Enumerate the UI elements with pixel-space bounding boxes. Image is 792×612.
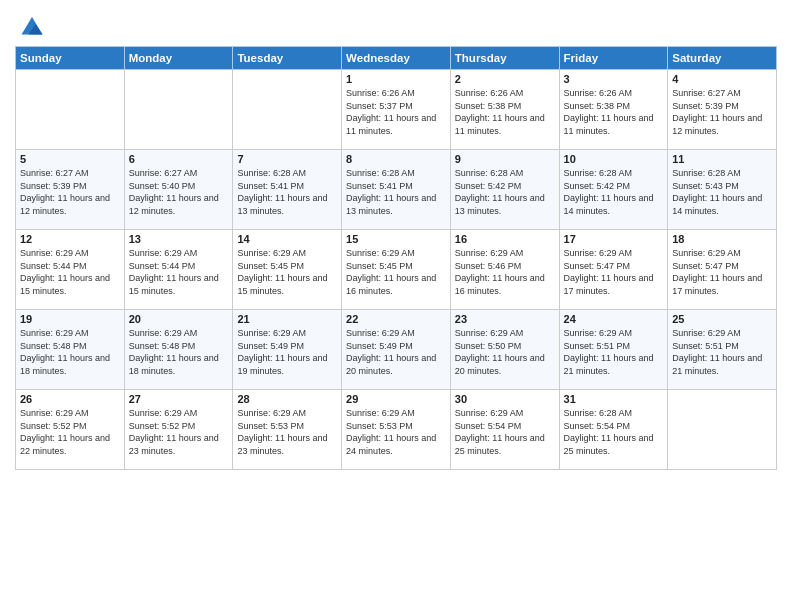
calendar-header-tuesday: Tuesday bbox=[233, 47, 342, 70]
day-number: 30 bbox=[455, 393, 555, 405]
calendar-week-2: 5Sunrise: 6:27 AM Sunset: 5:39 PM Daylig… bbox=[16, 150, 777, 230]
calendar-cell: 6Sunrise: 6:27 AM Sunset: 5:40 PM Daylig… bbox=[124, 150, 233, 230]
day-info: Sunrise: 6:29 AM Sunset: 5:51 PM Dayligh… bbox=[564, 327, 664, 377]
calendar-cell: 14Sunrise: 6:29 AM Sunset: 5:45 PM Dayli… bbox=[233, 230, 342, 310]
day-info: Sunrise: 6:28 AM Sunset: 5:43 PM Dayligh… bbox=[672, 167, 772, 217]
day-info: Sunrise: 6:29 AM Sunset: 5:49 PM Dayligh… bbox=[346, 327, 446, 377]
calendar-cell: 8Sunrise: 6:28 AM Sunset: 5:41 PM Daylig… bbox=[342, 150, 451, 230]
calendar-cell: 25Sunrise: 6:29 AM Sunset: 5:51 PM Dayli… bbox=[668, 310, 777, 390]
calendar-cell: 27Sunrise: 6:29 AM Sunset: 5:52 PM Dayli… bbox=[124, 390, 233, 470]
day-number: 2 bbox=[455, 73, 555, 85]
header bbox=[15, 10, 777, 38]
day-number: 1 bbox=[346, 73, 446, 85]
calendar-header-monday: Monday bbox=[124, 47, 233, 70]
day-number: 12 bbox=[20, 233, 120, 245]
day-info: Sunrise: 6:29 AM Sunset: 5:52 PM Dayligh… bbox=[129, 407, 229, 457]
day-number: 13 bbox=[129, 233, 229, 245]
day-number: 29 bbox=[346, 393, 446, 405]
calendar-cell bbox=[16, 70, 125, 150]
day-number: 14 bbox=[237, 233, 337, 245]
calendar-cell: 5Sunrise: 6:27 AM Sunset: 5:39 PM Daylig… bbox=[16, 150, 125, 230]
calendar-week-5: 26Sunrise: 6:29 AM Sunset: 5:52 PM Dayli… bbox=[16, 390, 777, 470]
day-number: 26 bbox=[20, 393, 120, 405]
day-info: Sunrise: 6:27 AM Sunset: 5:40 PM Dayligh… bbox=[129, 167, 229, 217]
calendar-cell: 31Sunrise: 6:28 AM Sunset: 5:54 PM Dayli… bbox=[559, 390, 668, 470]
calendar-header-sunday: Sunday bbox=[16, 47, 125, 70]
day-number: 6 bbox=[129, 153, 229, 165]
calendar-cell: 11Sunrise: 6:28 AM Sunset: 5:43 PM Dayli… bbox=[668, 150, 777, 230]
calendar-cell: 12Sunrise: 6:29 AM Sunset: 5:44 PM Dayli… bbox=[16, 230, 125, 310]
day-number: 15 bbox=[346, 233, 446, 245]
day-info: Sunrise: 6:29 AM Sunset: 5:51 PM Dayligh… bbox=[672, 327, 772, 377]
calendar-cell: 16Sunrise: 6:29 AM Sunset: 5:46 PM Dayli… bbox=[450, 230, 559, 310]
day-number: 5 bbox=[20, 153, 120, 165]
calendar-cell bbox=[233, 70, 342, 150]
day-info: Sunrise: 6:29 AM Sunset: 5:45 PM Dayligh… bbox=[237, 247, 337, 297]
calendar-cell: 9Sunrise: 6:28 AM Sunset: 5:42 PM Daylig… bbox=[450, 150, 559, 230]
day-info: Sunrise: 6:29 AM Sunset: 5:48 PM Dayligh… bbox=[129, 327, 229, 377]
calendar-cell: 17Sunrise: 6:29 AM Sunset: 5:47 PM Dayli… bbox=[559, 230, 668, 310]
calendar-cell: 10Sunrise: 6:28 AM Sunset: 5:42 PM Dayli… bbox=[559, 150, 668, 230]
day-info: Sunrise: 6:29 AM Sunset: 5:50 PM Dayligh… bbox=[455, 327, 555, 377]
day-number: 19 bbox=[20, 313, 120, 325]
day-number: 22 bbox=[346, 313, 446, 325]
page: SundayMondayTuesdayWednesdayThursdayFrid… bbox=[0, 0, 792, 612]
calendar-table: SundayMondayTuesdayWednesdayThursdayFrid… bbox=[15, 46, 777, 470]
calendar-cell: 7Sunrise: 6:28 AM Sunset: 5:41 PM Daylig… bbox=[233, 150, 342, 230]
day-info: Sunrise: 6:29 AM Sunset: 5:53 PM Dayligh… bbox=[346, 407, 446, 457]
calendar-header-thursday: Thursday bbox=[450, 47, 559, 70]
day-number: 11 bbox=[672, 153, 772, 165]
day-info: Sunrise: 6:26 AM Sunset: 5:38 PM Dayligh… bbox=[564, 87, 664, 137]
day-number: 25 bbox=[672, 313, 772, 325]
calendar-cell: 23Sunrise: 6:29 AM Sunset: 5:50 PM Dayli… bbox=[450, 310, 559, 390]
day-number: 28 bbox=[237, 393, 337, 405]
day-info: Sunrise: 6:29 AM Sunset: 5:54 PM Dayligh… bbox=[455, 407, 555, 457]
day-number: 20 bbox=[129, 313, 229, 325]
day-info: Sunrise: 6:26 AM Sunset: 5:38 PM Dayligh… bbox=[455, 87, 555, 137]
day-number: 23 bbox=[455, 313, 555, 325]
calendar-header-saturday: Saturday bbox=[668, 47, 777, 70]
calendar-cell: 3Sunrise: 6:26 AM Sunset: 5:38 PM Daylig… bbox=[559, 70, 668, 150]
day-info: Sunrise: 6:28 AM Sunset: 5:41 PM Dayligh… bbox=[346, 167, 446, 217]
day-info: Sunrise: 6:28 AM Sunset: 5:42 PM Dayligh… bbox=[455, 167, 555, 217]
calendar-cell bbox=[124, 70, 233, 150]
day-info: Sunrise: 6:29 AM Sunset: 5:52 PM Dayligh… bbox=[20, 407, 120, 457]
calendar-cell: 24Sunrise: 6:29 AM Sunset: 5:51 PM Dayli… bbox=[559, 310, 668, 390]
day-info: Sunrise: 6:27 AM Sunset: 5:39 PM Dayligh… bbox=[672, 87, 772, 137]
day-number: 4 bbox=[672, 73, 772, 85]
calendar-cell: 29Sunrise: 6:29 AM Sunset: 5:53 PM Dayli… bbox=[342, 390, 451, 470]
day-number: 10 bbox=[564, 153, 664, 165]
calendar-cell: 21Sunrise: 6:29 AM Sunset: 5:49 PM Dayli… bbox=[233, 310, 342, 390]
day-info: Sunrise: 6:28 AM Sunset: 5:42 PM Dayligh… bbox=[564, 167, 664, 217]
day-info: Sunrise: 6:29 AM Sunset: 5:45 PM Dayligh… bbox=[346, 247, 446, 297]
day-number: 17 bbox=[564, 233, 664, 245]
day-info: Sunrise: 6:29 AM Sunset: 5:44 PM Dayligh… bbox=[20, 247, 120, 297]
calendar-week-4: 19Sunrise: 6:29 AM Sunset: 5:48 PM Dayli… bbox=[16, 310, 777, 390]
day-number: 9 bbox=[455, 153, 555, 165]
day-info: Sunrise: 6:29 AM Sunset: 5:49 PM Dayligh… bbox=[237, 327, 337, 377]
calendar-cell: 4Sunrise: 6:27 AM Sunset: 5:39 PM Daylig… bbox=[668, 70, 777, 150]
logo bbox=[15, 10, 46, 38]
calendar-header-row: SundayMondayTuesdayWednesdayThursdayFrid… bbox=[16, 47, 777, 70]
calendar-week-3: 12Sunrise: 6:29 AM Sunset: 5:44 PM Dayli… bbox=[16, 230, 777, 310]
day-number: 18 bbox=[672, 233, 772, 245]
calendar-cell: 18Sunrise: 6:29 AM Sunset: 5:47 PM Dayli… bbox=[668, 230, 777, 310]
day-number: 3 bbox=[564, 73, 664, 85]
calendar-cell bbox=[668, 390, 777, 470]
day-info: Sunrise: 6:28 AM Sunset: 5:54 PM Dayligh… bbox=[564, 407, 664, 457]
calendar-cell: 13Sunrise: 6:29 AM Sunset: 5:44 PM Dayli… bbox=[124, 230, 233, 310]
calendar-header-wednesday: Wednesday bbox=[342, 47, 451, 70]
day-info: Sunrise: 6:29 AM Sunset: 5:47 PM Dayligh… bbox=[564, 247, 664, 297]
day-info: Sunrise: 6:28 AM Sunset: 5:41 PM Dayligh… bbox=[237, 167, 337, 217]
calendar-cell: 2Sunrise: 6:26 AM Sunset: 5:38 PM Daylig… bbox=[450, 70, 559, 150]
day-number: 27 bbox=[129, 393, 229, 405]
calendar-cell: 1Sunrise: 6:26 AM Sunset: 5:37 PM Daylig… bbox=[342, 70, 451, 150]
calendar-cell: 26Sunrise: 6:29 AM Sunset: 5:52 PM Dayli… bbox=[16, 390, 125, 470]
calendar-cell: 20Sunrise: 6:29 AM Sunset: 5:48 PM Dayli… bbox=[124, 310, 233, 390]
day-number: 24 bbox=[564, 313, 664, 325]
day-info: Sunrise: 6:29 AM Sunset: 5:48 PM Dayligh… bbox=[20, 327, 120, 377]
day-number: 7 bbox=[237, 153, 337, 165]
day-number: 21 bbox=[237, 313, 337, 325]
calendar-cell: 28Sunrise: 6:29 AM Sunset: 5:53 PM Dayli… bbox=[233, 390, 342, 470]
calendar-cell: 22Sunrise: 6:29 AM Sunset: 5:49 PM Dayli… bbox=[342, 310, 451, 390]
